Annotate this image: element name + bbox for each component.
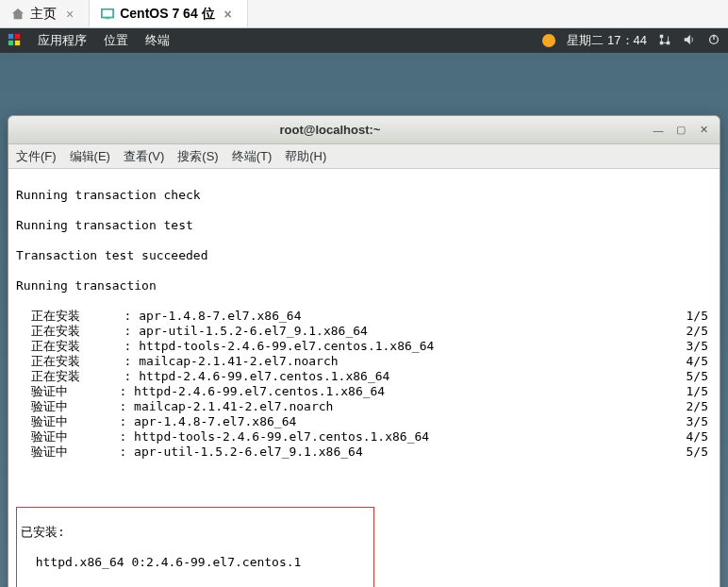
output-line: Transaction test succeeded bbox=[16, 248, 712, 263]
close-button[interactable]: ✕ bbox=[695, 122, 712, 139]
menu-places[interactable]: 位置 bbox=[104, 32, 128, 49]
installed-highlight: 已安装: httpd.x86_64 0:2.4.6-99.el7.centos.… bbox=[16, 507, 374, 587]
svg-rect-1 bbox=[106, 18, 110, 19]
svg-rect-8 bbox=[660, 41, 664, 44]
menu-terminal-m[interactable]: 终端(T) bbox=[232, 148, 273, 165]
installed-package: httpd.x86_64 0:2.4.6-99.el7.centos.1 bbox=[21, 555, 370, 570]
svg-rect-3 bbox=[15, 33, 20, 38]
datetime-label[interactable]: 星期二 17：44 bbox=[567, 32, 647, 49]
tab-centos[interactable]: CentOS 7 64 位 × bbox=[90, 0, 248, 27]
transaction-line: 正在安装 : apr-util-1.5.2-6.el7_9.1.x86_642/… bbox=[16, 324, 712, 339]
window-title: root@localhost:~ bbox=[16, 123, 644, 137]
transaction-line: 正在安装 : httpd-tools-2.4.6-99.el7.centos.1… bbox=[16, 339, 712, 354]
transaction-line: 正在安装 : mailcap-2.1.41-2.el7.noarch4/5 bbox=[16, 354, 712, 369]
transaction-line: 验证中 : httpd-tools-2.4.6-99.el7.centos.1.… bbox=[16, 429, 712, 444]
maximize-button[interactable]: ▢ bbox=[672, 122, 689, 139]
transaction-line: 正在安装 : apr-1.4.8-7.el7.x86_641/5 bbox=[16, 309, 712, 324]
transaction-line: 正在安装 : httpd-2.4.6-99.el7.centos.1.x86_6… bbox=[16, 369, 712, 384]
output-line: Running transaction check bbox=[16, 188, 712, 203]
transaction-line: 验证中 : apr-1.4.8-7.el7.x86_643/5 bbox=[16, 414, 712, 429]
tab-home-label: 主页 bbox=[30, 6, 57, 23]
tab-home[interactable]: 主页 × bbox=[0, 0, 90, 27]
output-line: Running transaction bbox=[16, 278, 712, 294]
transaction-line: 验证中 : mailcap-2.1.41-2.el7.noarch2/5 bbox=[16, 399, 712, 414]
menu-applications[interactable]: 应用程序 bbox=[38, 32, 87, 49]
close-icon[interactable]: × bbox=[221, 7, 236, 22]
vmware-tab-bar: 主页 × CentOS 7 64 位 × bbox=[0, 0, 728, 28]
output-line: Running transaction test bbox=[16, 218, 712, 233]
svg-rect-2 bbox=[8, 33, 13, 38]
close-icon[interactable]: × bbox=[62, 7, 77, 22]
menu-help[interactable]: 帮助(H) bbox=[285, 148, 326, 165]
svg-rect-4 bbox=[8, 40, 13, 44]
transaction-line: 验证中 : httpd-2.4.6-99.el7.centos.1.x86_64… bbox=[16, 384, 712, 399]
menu-terminal[interactable]: 终端 bbox=[145, 32, 170, 49]
home-icon bbox=[11, 8, 25, 21]
vm-icon bbox=[101, 8, 114, 21]
gnome-top-bar: 应用程序 位置 终端 星期二 17：44 bbox=[0, 28, 728, 53]
menu-file[interactable]: 文件(F) bbox=[16, 148, 57, 165]
svg-rect-7 bbox=[667, 41, 670, 44]
svg-rect-0 bbox=[102, 8, 113, 17]
svg-rect-5 bbox=[15, 40, 20, 44]
terminal-window: root@localhost:~ — ▢ ✕ 文件(F) 编辑(E) 查看(V)… bbox=[8, 115, 720, 587]
network-icon[interactable] bbox=[658, 33, 671, 49]
menu-bar: 文件(F) 编辑(E) 查看(V) 搜索(S) 终端(T) 帮助(H) bbox=[8, 144, 720, 169]
installed-header: 已安装: bbox=[21, 525, 370, 540]
menu-view[interactable]: 查看(V) bbox=[124, 148, 164, 165]
input-method-icon[interactable] bbox=[542, 34, 555, 47]
volume-icon[interactable] bbox=[683, 33, 696, 49]
title-bar[interactable]: root@localhost:~ — ▢ ✕ bbox=[8, 116, 720, 144]
tab-centos-label: CentOS 7 64 位 bbox=[120, 6, 214, 23]
menu-edit[interactable]: 编辑(E) bbox=[70, 148, 110, 165]
power-icon[interactable] bbox=[707, 33, 720, 49]
activities-icon bbox=[8, 33, 21, 49]
menu-search[interactable]: 搜索(S) bbox=[177, 148, 218, 165]
transaction-line: 验证中 : apr-util-1.5.2-6.el7_9.1.x86_645/5 bbox=[16, 444, 712, 460]
minimize-button[interactable]: — bbox=[650, 122, 667, 139]
svg-rect-6 bbox=[660, 34, 664, 38]
terminal-output[interactable]: Running transaction check Running transa… bbox=[8, 169, 720, 587]
